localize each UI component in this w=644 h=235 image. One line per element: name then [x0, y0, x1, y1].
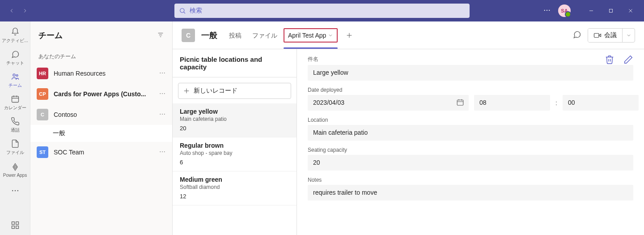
svg-point-26 [162, 73, 163, 73]
channel-row-general[interactable]: 一般 [30, 125, 172, 142]
date-picker-button[interactable] [456, 98, 464, 107]
record-item[interactable]: Large yellow Main cafeteria patio 20 [173, 103, 297, 137]
meet-label: 会議 [604, 31, 617, 39]
rail-powerapps[interactable]: Power Apps [0, 158, 30, 181]
powerapps-icon [10, 162, 20, 172]
avatar-initials: SA [561, 8, 568, 13]
chat-icon [10, 49, 20, 59]
close-icon [628, 8, 633, 13]
delete-button[interactable] [605, 55, 614, 66]
rail-label: 通話 [11, 127, 20, 133]
channel-header-right: 会議 [572, 28, 635, 43]
svg-point-10 [16, 75, 18, 77]
window-controls [581, 4, 640, 18]
minute-wrap [563, 95, 639, 111]
content: C 一般 投稿 ファイル April Test App [173, 21, 644, 235]
team-name: Cards for Power Apps (Custo... [54, 90, 153, 98]
svg-marker-40 [599, 34, 601, 37]
minute-input[interactable] [563, 95, 639, 111]
svg-point-16 [14, 190, 16, 192]
record-item[interactable]: Medium green Softball diamond 12 [173, 171, 297, 205]
seating-input[interactable] [308, 155, 633, 171]
svg-point-25 [160, 73, 161, 73]
tab-label: 投稿 [229, 32, 242, 39]
rail-chat[interactable]: チャット [0, 47, 30, 69]
record-item[interactable]: Regular brown Auto shop - spare bay 6 [173, 137, 297, 171]
new-record-button[interactable]: 新しいレコード [178, 83, 291, 99]
field-notes: Notes [308, 177, 633, 201]
search-placeholder: 検索 [190, 7, 202, 15]
location-input[interactable] [308, 125, 633, 141]
team-more-button[interactable] [159, 90, 166, 98]
svg-rect-43 [457, 100, 463, 105]
svg-point-30 [164, 93, 165, 94]
subject-input[interactable] [308, 65, 633, 81]
team-name: Human Resources [54, 70, 153, 77]
nav-back-button[interactable] [5, 4, 18, 17]
add-tab-button[interactable] [342, 28, 356, 43]
more-horizontal-icon [11, 186, 20, 195]
team-row[interactable]: ST SOC Team [30, 142, 172, 162]
team-more-button[interactable] [159, 148, 166, 157]
window-minimize-button[interactable] [581, 4, 601, 18]
svg-rect-19 [16, 222, 18, 225]
team-badge: HR [37, 68, 48, 79]
field-location: Location [308, 117, 633, 141]
record-title: Medium green [180, 176, 289, 183]
chevron-left-icon [8, 8, 15, 14]
nav-forward-button[interactable] [19, 4, 31, 17]
date-input[interactable] [308, 95, 469, 111]
record-number: 20 [180, 125, 289, 132]
team-row[interactable]: HR Human Resources [30, 63, 172, 84]
rail-label: カレンダー [4, 105, 26, 111]
tab-posts[interactable]: 投稿 [224, 23, 247, 48]
pencil-icon [623, 55, 633, 64]
meet-button[interactable]: 会議 [588, 29, 622, 42]
apps-icon [11, 221, 20, 230]
records-list: Large yellow Main cafeteria patio 20 Reg… [173, 103, 297, 235]
record-subtitle: Softball diamond [180, 184, 289, 190]
record-number: 6 [180, 159, 289, 166]
svg-rect-20 [12, 226, 14, 229]
svg-point-2 [544, 9, 545, 10]
time-separator: : [555, 99, 557, 107]
trash-icon [605, 55, 614, 64]
svg-point-4 [549, 9, 550, 10]
rail-teams[interactable]: チーム [0, 69, 30, 91]
svg-rect-39 [594, 33, 599, 37]
more-horizontal-icon [159, 148, 166, 155]
avatar[interactable]: SA [558, 4, 571, 17]
detail-actions [605, 55, 633, 66]
rail-more-button[interactable] [0, 181, 30, 201]
tab-files[interactable]: ファイル [247, 23, 283, 48]
meet-dropdown-button[interactable] [622, 29, 635, 42]
rail-calls[interactable]: 通話 [0, 114, 30, 136]
rail-calendar[interactable]: カレンダー [0, 91, 30, 114]
rail-activity[interactable]: アクティビ... [0, 24, 30, 47]
edit-button[interactable] [623, 55, 633, 66]
channel-title: 一般 [201, 30, 217, 41]
team-more-button[interactable] [159, 69, 166, 78]
open-conversation-button[interactable] [572, 30, 581, 40]
record-subtitle: Main cafeteria patio [180, 116, 289, 122]
window-close-button[interactable] [621, 4, 640, 18]
filter-button[interactable] [157, 31, 164, 40]
tab-label: April Test App [288, 32, 326, 39]
channel-header-left: C 一般 投稿 ファイル April Test App [182, 23, 356, 48]
window-maximize-button[interactable] [601, 4, 621, 18]
more-horizontal-icon [159, 90, 166, 97]
notes-input[interactable] [308, 185, 633, 201]
record-subtitle: Auto shop - spare bay [180, 150, 289, 156]
team-row[interactable]: CP Cards for Power Apps (Custo... [30, 84, 172, 104]
settings-more-button[interactable] [543, 6, 551, 16]
app-rail: アクティビ... チャット チーム カレンダー 通話 ファイル Power Ap… [0, 21, 30, 235]
search-box[interactable]: 検索 [174, 4, 470, 18]
team-row[interactable]: C Contoso [30, 104, 172, 125]
team-more-button[interactable] [159, 111, 166, 119]
svg-point-15 [12, 190, 13, 192]
rail-apps-button[interactable] [0, 215, 30, 235]
tab-april-test-app[interactable]: April Test App [284, 28, 338, 43]
more-horizontal-icon [159, 69, 166, 77]
hour-input[interactable] [474, 95, 550, 111]
rail-files[interactable]: ファイル [0, 136, 30, 158]
